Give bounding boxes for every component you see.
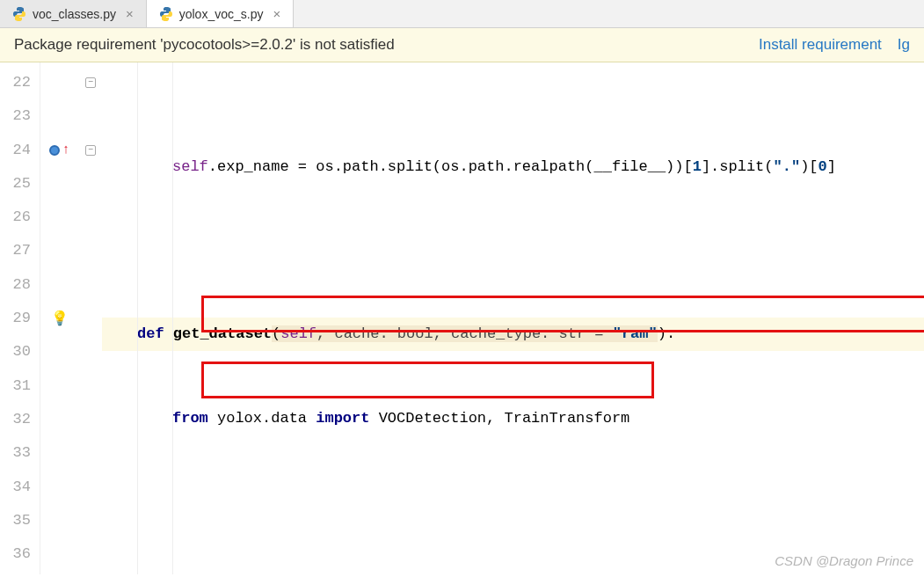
- code-line: [102, 485, 924, 518]
- annotation-red-box: [201, 362, 654, 398]
- code-line: def get_dataset(self, cache: bool, cache…: [102, 318, 924, 351]
- line-number: 29: [0, 302, 31, 335]
- fold-column: − −: [79, 62, 102, 574]
- tab-label: voc_classes.py: [33, 7, 116, 21]
- line-number: 22: [0, 66, 31, 99]
- override-up-arrow-icon[interactable]: ↑: [62, 142, 69, 157]
- fold-toggle-icon[interactable]: −: [85, 145, 96, 156]
- python-file-icon: [12, 7, 26, 21]
- tab-yolox-voc-s[interactable]: yolox_voc_s.py ×: [147, 0, 294, 27]
- line-number: 24: [0, 134, 31, 167]
- tab-label: yolox_voc_s.py: [179, 7, 264, 21]
- tab-voc-classes[interactable]: voc_classes.py ×: [0, 0, 147, 27]
- line-number: 27: [0, 234, 31, 267]
- line-number: 30: [0, 335, 31, 369]
- code-editor[interactable]: 22 23 24 25 26 27 28 29 30 31 32 33 34 3…: [0, 62, 924, 574]
- editor-tabs: voc_classes.py × yolox_voc_s.py ×: [0, 0, 924, 28]
- code-line: [102, 233, 924, 267]
- lightbulb-icon[interactable]: 💡: [51, 310, 69, 327]
- line-number: 28: [0, 268, 31, 302]
- line-number: 25: [0, 167, 31, 201]
- code-line: from yolox.data import VOCDetection, Tra…: [102, 401, 924, 435]
- line-number: 31: [0, 369, 31, 403]
- python-file-icon: [159, 7, 173, 21]
- code-line: return VOCDetection(: [102, 568, 924, 577]
- line-number: 32: [0, 403, 31, 436]
- marker-column: ↑ 💡: [40, 62, 79, 574]
- line-number: 23: [0, 99, 31, 133]
- line-number: 34: [0, 471, 31, 504]
- watermark: CSDN @Dragon Prince: [775, 553, 913, 568]
- code-content[interactable]: self.exp_name = os.path.split(os.path.re…: [102, 62, 924, 574]
- line-number: 35: [0, 504, 31, 537]
- line-number: 36: [0, 537, 31, 571]
- install-requirement-link[interactable]: Install requirement: [759, 36, 882, 54]
- line-number: 26: [0, 201, 31, 234]
- close-icon[interactable]: ×: [273, 6, 280, 21]
- requirement-banner: Package requirement 'pycocotools>=2.0.2'…: [0, 28, 924, 62]
- ignore-requirement-link[interactable]: Ig: [898, 36, 910, 54]
- line-number: 33: [0, 436, 31, 470]
- line-number-gutter: 22 23 24 25 26 27 28 29 30 31 32 33 34 3…: [0, 62, 40, 574]
- code-line: self.exp_name = os.path.split(os.path.re…: [102, 150, 924, 183]
- banner-message: Package requirement 'pycocotools>=2.0.2'…: [14, 36, 395, 54]
- breakpoint-icon[interactable]: [49, 145, 60, 156]
- close-icon[interactable]: ×: [126, 6, 134, 21]
- fold-toggle-icon[interactable]: −: [85, 77, 96, 88]
